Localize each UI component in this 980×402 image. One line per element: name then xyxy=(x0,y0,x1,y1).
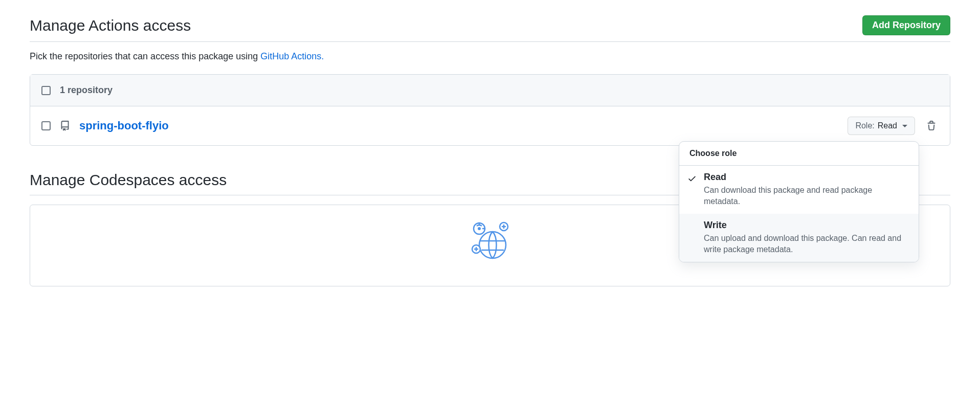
chevron-down-icon xyxy=(902,125,907,127)
add-repository-button[interactable]: Add Repository xyxy=(862,15,950,35)
actions-access-title: Manage Actions access xyxy=(30,17,191,34)
role-option-read[interactable]: Read Can download this package and read … xyxy=(679,166,919,214)
select-all-checkbox[interactable] xyxy=(41,86,51,95)
svg-point-0 xyxy=(479,232,506,258)
codespaces-globe-icon xyxy=(470,220,510,262)
role-option-title: Read xyxy=(704,172,908,183)
repository-checkbox[interactable] xyxy=(41,121,51,130)
repositories-panel: 1 repository spring-boot-flyio Role: Rea… xyxy=(30,74,950,146)
role-option-title: Write xyxy=(704,220,908,231)
codespaces-access-title: Manage Codespaces access xyxy=(30,171,227,189)
repo-icon xyxy=(60,121,70,131)
role-dropdown-header: Choose role xyxy=(679,142,919,166)
role-dropdown: Choose role Read Can download this packa… xyxy=(679,141,919,262)
svg-point-2 xyxy=(478,227,481,230)
check-icon xyxy=(687,174,697,183)
github-actions-link[interactable]: GitHub Actions. xyxy=(260,51,324,61)
role-option-desc: Can upload and download this package. Ca… xyxy=(704,233,908,256)
repository-count: 1 repository xyxy=(60,85,113,96)
repositories-panel-header: 1 repository xyxy=(30,75,950,106)
role-option-desc: Can download this package and read packa… xyxy=(704,185,908,208)
role-select-button[interactable]: Role: Read xyxy=(848,117,915,135)
repository-row: spring-boot-flyio Role: Read Choose role… xyxy=(30,106,950,145)
repository-link[interactable]: spring-boot-flyio xyxy=(79,119,169,132)
delete-repository-button[interactable] xyxy=(924,119,939,133)
role-option-write[interactable]: Write Can upload and download this packa… xyxy=(679,214,919,262)
actions-description: Pick the repositories that can access th… xyxy=(30,51,950,62)
